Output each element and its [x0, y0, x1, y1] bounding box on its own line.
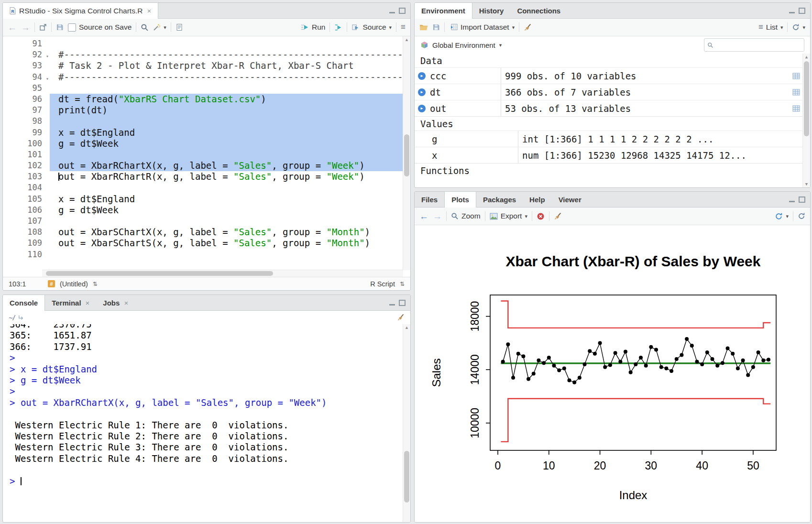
env-row-x[interactable]: xnum [1:366] 15230 12968 14325 14175 12.… — [415, 147, 803, 163]
editor-line: 97print(dt) — [3, 105, 403, 116]
svg-text:50: 50 — [747, 459, 759, 472]
tab-plots[interactable]: Plots — [444, 192, 476, 207]
save-icon[interactable] — [56, 23, 64, 31]
import-dataset-button[interactable]: Import Dataset ▾ — [449, 23, 515, 32]
tab-viewer[interactable]: Viewer — [552, 192, 588, 207]
clear-plots-broom-icon[interactable] — [554, 212, 562, 220]
svg-text:20: 20 — [594, 459, 606, 472]
maximize-pane-icon[interactable] — [399, 8, 406, 14]
open-new-window-icon[interactable] — [39, 23, 47, 31]
editor-vertical-scrollbar[interactable]: ▲ — [403, 36, 410, 270]
forward-icon[interactable]: → — [21, 23, 30, 32]
refresh-icon[interactable]: ▾ — [792, 23, 805, 31]
environment-search[interactable] — [704, 38, 804, 52]
remove-plot-icon[interactable] — [537, 212, 545, 220]
tab-files[interactable]: Files — [415, 192, 444, 207]
chevron-down-icon: ▾ — [786, 213, 789, 219]
refresh-plot-icon[interactable] — [798, 212, 805, 220]
maximize-pane-icon[interactable] — [399, 300, 406, 306]
editor-line: 103out = XbarRChartR(x, g, label = "Sale… — [3, 171, 403, 182]
tab-help[interactable]: Help — [523, 192, 552, 207]
doc-type-selector[interactable]: R Script — [370, 280, 395, 288]
tab-help-label: Help — [529, 196, 545, 204]
environment-search-input[interactable] — [716, 41, 801, 49]
editor-horizontal-scrollbar[interactable] — [42, 270, 403, 277]
import-dataset-label: Import Dataset — [461, 23, 509, 32]
find-replace-icon[interactable] — [141, 23, 149, 32]
minimize-pane-icon[interactable] — [389, 300, 395, 306]
save-workspace-icon[interactable] — [432, 23, 440, 31]
tab-history[interactable]: History — [472, 3, 511, 18]
plots-toolbar: ← → Zoom Export ▾ ▾ — [415, 207, 810, 225]
console-cursor — [21, 477, 22, 485]
cursor-position: 103:1 — [9, 280, 43, 288]
tab-source-document[interactable]: R RStudio - Six Sigma Control Charts.R × — [3, 3, 158, 19]
expand-object-icon[interactable]: ▶ — [418, 88, 426, 96]
maximize-pane-icon[interactable] — [799, 8, 805, 14]
svg-text:Index: Index — [619, 489, 647, 502]
clear-environment-broom-icon[interactable] — [524, 23, 532, 32]
document-outline-icon[interactable]: ≡ — [401, 22, 406, 32]
console-vertical-scrollbar[interactable]: ▲ — [403, 324, 410, 522]
view-data-grid-icon[interactable] — [790, 68, 803, 84]
chevron-down-icon: ▾ — [512, 24, 515, 31]
environment-vertical-scrollbar[interactable]: ▲ ▼ — [802, 54, 810, 187]
scroll-up-icon[interactable]: ▲ — [403, 325, 410, 330]
clear-console-broom-icon[interactable] — [397, 314, 405, 321]
svg-text:0: 0 — [495, 459, 501, 472]
section-selector[interactable]: (Untitled) — [60, 280, 88, 288]
back-icon[interactable]: ← — [8, 23, 17, 32]
code-tools-icon[interactable]: ▾ — [153, 23, 166, 31]
env-row-out[interactable]: ▶out53 obs. of 13 variables — [415, 100, 803, 116]
tab-console[interactable]: Console — [3, 295, 45, 311]
list-view-selector[interactable]: ≡ List ▾ — [758, 22, 783, 32]
compile-report-icon[interactable] — [176, 23, 183, 31]
previous-plot-icon[interactable]: ← — [419, 212, 428, 221]
source-on-save-checkbox[interactable]: Source on Save — [68, 23, 132, 32]
tab-environment[interactable]: Environment — [415, 3, 472, 19]
minimize-pane-icon[interactable] — [789, 8, 795, 13]
export-button[interactable]: Export ▾ — [490, 212, 527, 220]
load-workspace-icon[interactable] — [419, 23, 428, 31]
scroll-down-icon[interactable]: ▼ — [803, 182, 810, 186]
chevron-down-icon: ▾ — [780, 24, 783, 31]
editor-line: 96dt = fread("XbarRS Chart Dataset.csv") — [3, 94, 403, 105]
scroll-up-icon[interactable]: ▲ — [403, 37, 410, 42]
expand-object-icon[interactable]: ▶ — [418, 105, 426, 112]
expand-object-icon[interactable]: ▶ — [418, 72, 426, 80]
run-button[interactable]: Run — [300, 23, 325, 32]
close-tab-icon[interactable]: × — [86, 299, 90, 307]
scope-selector[interactable]: Global Environment — [432, 41, 495, 49]
close-tab-icon[interactable]: × — [124, 299, 128, 307]
rerun-icon[interactable] — [334, 24, 342, 31]
scroll-up-icon[interactable]: ▲ — [803, 55, 810, 59]
console-output-area[interactable]: 364: 2370.75365: 1651.87366: 1737.91>> x… — [3, 324, 410, 522]
tab-packages[interactable]: Packages — [476, 192, 523, 207]
close-tab-icon[interactable]: × — [147, 7, 151, 15]
view-data-grid-icon[interactable] — [790, 84, 803, 100]
minimize-pane-icon[interactable] — [389, 8, 395, 13]
publish-icon[interactable]: ▾ — [775, 212, 789, 220]
goto-directory-icon[interactable] — [18, 315, 24, 321]
env-row-dt[interactable]: ▶dt366 obs. of 7 variables — [415, 84, 803, 100]
env-row-ccc[interactable]: ▶ccc999 obs. of 10 variables — [415, 67, 803, 84]
plots-tabbar: Files Plots Packages Help Viewer — [415, 192, 810, 207]
environment-grid: Data▶ccc999 obs. of 10 variables▶dt366 o… — [415, 54, 810, 187]
maximize-pane-icon[interactable] — [799, 196, 805, 203]
console-line — [10, 408, 403, 419]
next-plot-icon[interactable]: → — [433, 212, 442, 221]
code-editor[interactable]: 9192▾#----------------------------------… — [3, 36, 410, 277]
tab-terminal-label: Terminal — [52, 299, 81, 307]
zoom-button[interactable]: Zoom — [451, 212, 481, 220]
svg-text:40: 40 — [696, 459, 708, 472]
tab-jobs[interactable]: Jobs × — [96, 295, 135, 310]
tab-terminal[interactable]: Terminal × — [45, 295, 96, 310]
view-data-grid-icon[interactable] — [790, 100, 803, 116]
minimize-pane-icon[interactable] — [789, 196, 795, 202]
source-pane: R RStudio - Six Sigma Control Charts.R ×… — [2, 2, 411, 291]
working-directory: ~/ — [9, 314, 15, 322]
editor-line: 93# Task 2 - Plot & Interpret Xbar-R Cha… — [3, 60, 403, 71]
source-button[interactable]: Source ▾ — [351, 23, 392, 32]
env-row-g[interactable]: gint [1:366] 1 1 1 1 2 2 2 2 2 2 ... — [415, 131, 803, 147]
tab-connections[interactable]: Connections — [510, 3, 567, 18]
